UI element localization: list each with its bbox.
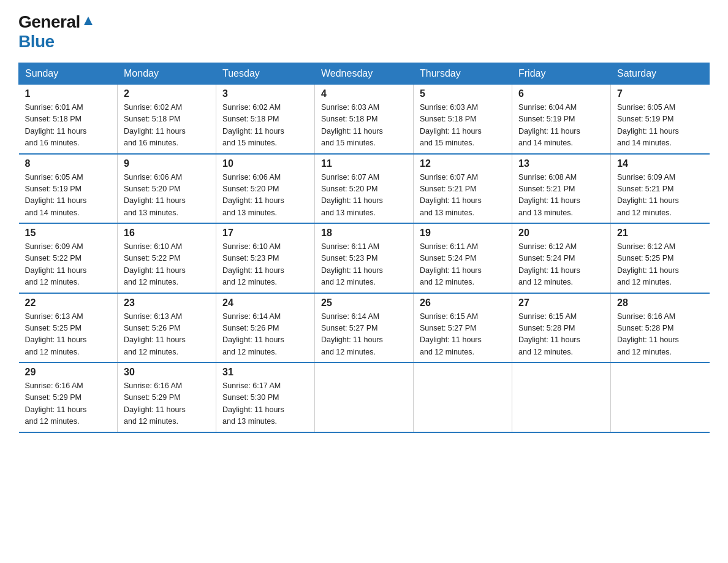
day-number: 18 — [321, 228, 407, 239]
day-info: Sunrise: 6:09 AMSunset: 5:22 PMDaylight:… — [25, 242, 87, 286]
calendar-cell: 30 Sunrise: 6:16 AMSunset: 5:29 PMDaylig… — [118, 362, 216, 432]
calendar-cell: 20 Sunrise: 6:12 AMSunset: 5:24 PMDaylig… — [512, 223, 611, 293]
calendar-cell: 11 Sunrise: 6:07 AMSunset: 5:20 PMDaylig… — [315, 154, 414, 224]
day-number: 12 — [420, 158, 506, 169]
day-number: 26 — [420, 297, 506, 308]
day-number: 1 — [25, 88, 112, 99]
logo-blue-text: Blue — [18, 32, 55, 52]
calendar-cell: 8 Sunrise: 6:05 AMSunset: 5:19 PMDayligh… — [19, 154, 118, 224]
day-info: Sunrise: 6:13 AMSunset: 5:25 PMDaylight:… — [25, 312, 87, 356]
calendar-cell: 25 Sunrise: 6:14 AMSunset: 5:27 PMDaylig… — [315, 293, 414, 363]
calendar-cell: 29 Sunrise: 6:16 AMSunset: 5:29 PMDaylig… — [19, 362, 118, 432]
logo-triangle-icon — [82, 14, 95, 28]
calendar-cell: 1 Sunrise: 6:01 AMSunset: 5:18 PMDayligh… — [19, 85, 118, 154]
calendar-week-row: 1 Sunrise: 6:01 AMSunset: 5:18 PMDayligh… — [19, 85, 710, 154]
calendar-cell: 3 Sunrise: 6:02 AMSunset: 5:18 PMDayligh… — [216, 85, 315, 154]
day-info: Sunrise: 6:06 AMSunset: 5:20 PMDaylight:… — [124, 173, 186, 217]
day-info: Sunrise: 6:08 AMSunset: 5:21 PMDaylight:… — [518, 173, 580, 217]
calendar-cell — [414, 362, 512, 432]
day-info: Sunrise: 6:04 AMSunset: 5:19 PMDaylight:… — [518, 103, 580, 147]
calendar-cell: 27 Sunrise: 6:15 AMSunset: 5:28 PMDaylig… — [512, 293, 611, 363]
day-number: 28 — [617, 297, 703, 308]
day-info: Sunrise: 6:05 AMSunset: 5:19 PMDaylight:… — [617, 103, 679, 147]
calendar-cell: 18 Sunrise: 6:11 AMSunset: 5:23 PMDaylig… — [315, 223, 414, 293]
day-info: Sunrise: 6:14 AMSunset: 5:26 PMDaylight:… — [222, 312, 284, 356]
calendar-cell: 9 Sunrise: 6:06 AMSunset: 5:20 PMDayligh… — [118, 154, 216, 224]
calendar-cell — [512, 362, 611, 432]
day-number: 20 — [518, 228, 604, 239]
calendar-cell: 24 Sunrise: 6:14 AMSunset: 5:26 PMDaylig… — [216, 293, 315, 363]
day-number: 11 — [321, 158, 407, 169]
svg-marker-0 — [84, 17, 93, 25]
calendar-week-row: 8 Sunrise: 6:05 AMSunset: 5:19 PMDayligh… — [19, 154, 710, 224]
weekday-header-friday: Friday — [512, 63, 611, 85]
weekday-header-tuesday: Tuesday — [216, 63, 315, 85]
calendar-cell: 21 Sunrise: 6:12 AMSunset: 5:25 PMDaylig… — [611, 223, 710, 293]
day-number: 30 — [124, 367, 210, 378]
day-number: 8 — [25, 158, 112, 169]
day-info: Sunrise: 6:03 AMSunset: 5:18 PMDaylight:… — [420, 103, 482, 147]
logo-general-text: General — [18, 12, 80, 32]
day-number: 6 — [518, 88, 604, 99]
logo: General Blue — [18, 12, 95, 52]
calendar-cell: 10 Sunrise: 6:06 AMSunset: 5:20 PMDaylig… — [216, 154, 315, 224]
day-info: Sunrise: 6:02 AMSunset: 5:18 PMDaylight:… — [124, 103, 186, 147]
day-info: Sunrise: 6:07 AMSunset: 5:21 PMDaylight:… — [420, 173, 482, 217]
day-number: 7 — [617, 88, 703, 99]
calendar-cell: 22 Sunrise: 6:13 AMSunset: 5:25 PMDaylig… — [19, 293, 118, 363]
day-info: Sunrise: 6:12 AMSunset: 5:24 PMDaylight:… — [518, 242, 580, 286]
day-info: Sunrise: 6:11 AMSunset: 5:24 PMDaylight:… — [420, 242, 482, 286]
page-header: General Blue — [18, 12, 710, 52]
day-number: 24 — [222, 297, 308, 308]
weekday-header-wednesday: Wednesday — [315, 63, 414, 85]
day-info: Sunrise: 6:14 AMSunset: 5:27 PMDaylight:… — [321, 312, 383, 356]
calendar-cell: 16 Sunrise: 6:10 AMSunset: 5:22 PMDaylig… — [118, 223, 216, 293]
calendar-cell: 2 Sunrise: 6:02 AMSunset: 5:18 PMDayligh… — [118, 85, 216, 154]
calendar-week-row: 15 Sunrise: 6:09 AMSunset: 5:22 PMDaylig… — [19, 223, 710, 293]
day-number: 5 — [420, 88, 506, 99]
calendar-cell: 19 Sunrise: 6:11 AMSunset: 5:24 PMDaylig… — [414, 223, 512, 293]
day-number: 14 — [617, 158, 703, 169]
day-info: Sunrise: 6:01 AMSunset: 5:18 PMDaylight:… — [25, 103, 87, 147]
day-info: Sunrise: 6:16 AMSunset: 5:28 PMDaylight:… — [617, 312, 679, 356]
day-info: Sunrise: 6:15 AMSunset: 5:28 PMDaylight:… — [518, 312, 580, 356]
day-info: Sunrise: 6:09 AMSunset: 5:21 PMDaylight:… — [617, 173, 679, 217]
weekday-header-row: SundayMondayTuesdayWednesdayThursdayFrid… — [19, 63, 710, 85]
day-info: Sunrise: 6:17 AMSunset: 5:30 PMDaylight:… — [222, 381, 284, 426]
day-info: Sunrise: 6:07 AMSunset: 5:20 PMDaylight:… — [321, 173, 383, 217]
weekday-header-thursday: Thursday — [414, 63, 512, 85]
day-number: 22 — [25, 297, 112, 308]
weekday-header-sunday: Sunday — [19, 63, 118, 85]
calendar-cell: 7 Sunrise: 6:05 AMSunset: 5:19 PMDayligh… — [611, 85, 710, 154]
day-number: 29 — [25, 367, 112, 378]
day-number: 17 — [222, 228, 308, 239]
day-info: Sunrise: 6:16 AMSunset: 5:29 PMDaylight:… — [124, 381, 186, 426]
calendar-table: SundayMondayTuesdayWednesdayThursdayFrid… — [18, 63, 710, 433]
calendar-cell: 15 Sunrise: 6:09 AMSunset: 5:22 PMDaylig… — [19, 223, 118, 293]
day-number: 3 — [222, 88, 308, 99]
day-number: 23 — [124, 297, 210, 308]
day-info: Sunrise: 6:15 AMSunset: 5:27 PMDaylight:… — [420, 312, 482, 356]
calendar-cell: 12 Sunrise: 6:07 AMSunset: 5:21 PMDaylig… — [414, 154, 512, 224]
day-number: 25 — [321, 297, 407, 308]
day-number: 19 — [420, 228, 506, 239]
calendar-cell: 26 Sunrise: 6:15 AMSunset: 5:27 PMDaylig… — [414, 293, 512, 363]
day-number: 21 — [617, 228, 703, 239]
day-number: 9 — [124, 158, 210, 169]
day-number: 16 — [124, 228, 210, 239]
calendar-cell — [315, 362, 414, 432]
calendar-cell: 14 Sunrise: 6:09 AMSunset: 5:21 PMDaylig… — [611, 154, 710, 224]
calendar-cell: 23 Sunrise: 6:13 AMSunset: 5:26 PMDaylig… — [118, 293, 216, 363]
calendar-cell — [611, 362, 710, 432]
calendar-cell: 28 Sunrise: 6:16 AMSunset: 5:28 PMDaylig… — [611, 293, 710, 363]
weekday-header-saturday: Saturday — [611, 63, 710, 85]
day-info: Sunrise: 6:16 AMSunset: 5:29 PMDaylight:… — [25, 381, 87, 426]
day-info: Sunrise: 6:12 AMSunset: 5:25 PMDaylight:… — [617, 242, 679, 286]
day-info: Sunrise: 6:06 AMSunset: 5:20 PMDaylight:… — [222, 173, 284, 217]
day-info: Sunrise: 6:10 AMSunset: 5:22 PMDaylight:… — [124, 242, 186, 286]
day-info: Sunrise: 6:13 AMSunset: 5:26 PMDaylight:… — [124, 312, 186, 356]
day-info: Sunrise: 6:02 AMSunset: 5:18 PMDaylight:… — [222, 103, 284, 147]
day-info: Sunrise: 6:03 AMSunset: 5:18 PMDaylight:… — [321, 103, 383, 147]
calendar-cell: 31 Sunrise: 6:17 AMSunset: 5:30 PMDaylig… — [216, 362, 315, 432]
day-number: 31 — [222, 367, 308, 378]
